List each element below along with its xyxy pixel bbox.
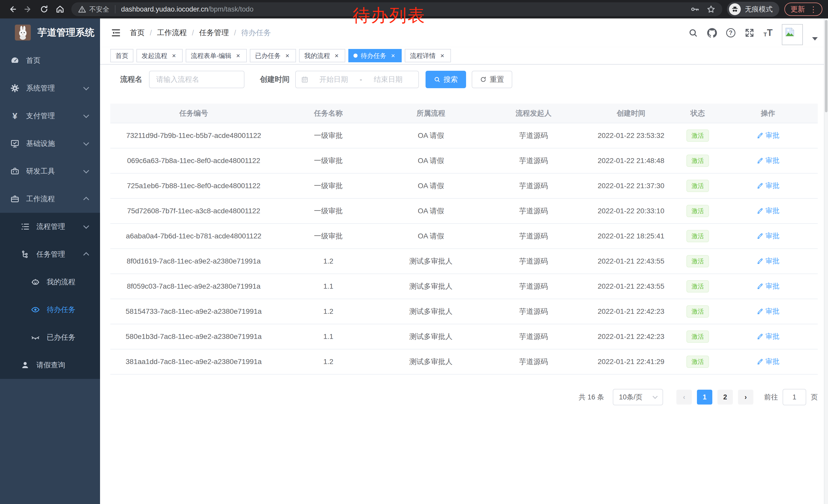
- bookmark-star-icon[interactable]: [706, 5, 716, 14]
- back-icon[interactable]: [6, 3, 19, 16]
- sidebar-item-my-process[interactable]: 我的流程: [0, 268, 100, 296]
- app-logo[interactable]: 芋道管理系统: [0, 18, 100, 47]
- edit-pencil-icon: [757, 207, 763, 214]
- cell-actions: 审批: [718, 224, 818, 249]
- page-button-1[interactable]: 1: [697, 390, 712, 405]
- col-task-id: 任务编号: [110, 103, 277, 123]
- reload-icon[interactable]: [37, 3, 51, 16]
- start-date-placeholder[interactable]: 开始日期: [308, 75, 359, 84]
- security-label: 不安全: [89, 5, 109, 14]
- cell-task-id: a6aba0a4-7b6d-11ec-b781-acde48001122: [110, 224, 277, 249]
- approve-link[interactable]: 审批: [757, 181, 780, 190]
- close-icon[interactable]: ×: [235, 52, 242, 59]
- font-size-icon[interactable]: TT: [763, 28, 773, 37]
- top-navbar: 首页 / 工作流程 / 任务管理 / 待办任务 ?: [100, 18, 828, 47]
- breadcrumb-workflow[interactable]: 工作流程: [157, 28, 187, 38]
- breadcrumb-home[interactable]: 首页: [130, 28, 145, 38]
- scrollbar-thumb[interactable]: [825, 20, 827, 112]
- close-icon[interactable]: ×: [389, 52, 397, 59]
- sidebar-fold-icon[interactable]: [110, 27, 122, 39]
- sidebar-item-payment[interactable]: ¥ 支付管理: [0, 102, 100, 130]
- browser-menu-icon[interactable]: ⋮: [810, 5, 818, 14]
- avatar-dropdown-caret-icon[interactable]: [812, 37, 818, 41]
- cell-created: 2022-01-21 22:43:55: [585, 249, 677, 274]
- close-icon[interactable]: ×: [170, 52, 177, 59]
- refresh-icon: [480, 76, 487, 83]
- tab-form-edit[interactable]: 流程表单-编辑×: [186, 49, 247, 62]
- tree-icon: [20, 250, 30, 259]
- sidebar-item-todo-tasks[interactable]: 待办任务: [0, 296, 100, 324]
- home-icon[interactable]: [53, 3, 67, 16]
- table-row: 8f0d1619-7ac8-11ec-a9e2-a2380e71991a 1.2…: [110, 249, 818, 274]
- breadcrumb-task-mgmt[interactable]: 任务管理: [199, 28, 229, 38]
- close-icon[interactable]: ×: [333, 52, 340, 59]
- tab-my-process[interactable]: 我的流程×: [299, 49, 345, 62]
- close-icon[interactable]: ×: [284, 52, 291, 59]
- approve-link[interactable]: 审批: [757, 231, 780, 240]
- approve-link[interactable]: 审批: [757, 156, 780, 165]
- sidebar-item-home[interactable]: 首页: [0, 47, 100, 74]
- approve-link[interactable]: 审批: [757, 206, 780, 215]
- tab-start-process[interactable]: 发起流程×: [136, 49, 182, 62]
- cell-status: 激活: [677, 173, 718, 198]
- sidebar-item-label: 流程管理: [36, 222, 65, 231]
- approve-link[interactable]: 审批: [757, 256, 780, 266]
- password-key-icon[interactable]: [690, 5, 699, 14]
- process-name-input[interactable]: 请输入流程名: [149, 71, 244, 88]
- incognito-label: 无痕模式: [745, 5, 773, 14]
- edit-pencil-icon: [757, 308, 763, 315]
- workflow-submenu: 流程管理 任务管理 我的流程: [0, 213, 100, 379]
- sidebar-item-process-mgmt[interactable]: 流程管理: [0, 213, 100, 240]
- sidebar-item-label: 系统管理: [26, 83, 55, 93]
- search-button[interactable]: 搜索: [425, 71, 466, 88]
- help-icon[interactable]: ?: [726, 28, 735, 37]
- end-date-placeholder[interactable]: 结束日期: [363, 75, 413, 84]
- tab-process-detail[interactable]: 流程详情×: [405, 49, 451, 62]
- tab-todo-tasks[interactable]: 待办任务×: [348, 49, 402, 62]
- chevron-up-icon: [83, 252, 89, 258]
- scrollbar[interactable]: [824, 18, 828, 504]
- goto-page-input[interactable]: 1: [783, 389, 806, 405]
- sidebar-item-system[interactable]: 系统管理: [0, 74, 100, 102]
- forward-icon[interactable]: [22, 3, 35, 16]
- sidebar-item-done-tasks[interactable]: 已办任务: [0, 324, 100, 351]
- page-button-2[interactable]: 2: [717, 390, 733, 405]
- sidebar-item-infra[interactable]: 基础设施: [0, 130, 100, 157]
- approve-link[interactable]: 审批: [757, 281, 780, 291]
- cell-task-id: 580e1b3d-7ac8-11ec-a9e2-a2380e71991a: [110, 324, 277, 349]
- col-process: 所属流程: [380, 103, 482, 123]
- sidebar-item-workflow[interactable]: 工作流程: [0, 185, 100, 213]
- tab-done-tasks[interactable]: 已办任务×: [250, 49, 296, 62]
- tab-home[interactable]: 首页: [110, 49, 133, 62]
- date-range-input[interactable]: 开始日期 - 结束日期: [295, 71, 419, 88]
- cell-actions: 审批: [718, 299, 818, 324]
- chevron-down-icon: [83, 85, 89, 91]
- prev-page-button[interactable]: ‹: [676, 390, 692, 405]
- reset-button[interactable]: 重置: [472, 71, 512, 88]
- page-content: 流程名 请输入流程名 创建时间 开始日期 - 结束日期 搜索: [100, 64, 828, 504]
- fullscreen-icon[interactable]: [745, 28, 754, 38]
- approve-link[interactable]: 审批: [757, 131, 780, 140]
- browser-update-button[interactable]: 更新 ⋮: [784, 3, 822, 16]
- search-icon[interactable]: [688, 28, 698, 38]
- close-icon[interactable]: ×: [439, 52, 446, 59]
- url-bar[interactable]: 不安全 dashboard.yudao.iocoder.cn/bpm/task/…: [71, 2, 722, 16]
- security-warning-icon[interactable]: [78, 5, 86, 13]
- next-page-button[interactable]: ›: [738, 390, 753, 405]
- dashboard-icon: [10, 56, 19, 65]
- sidebar-item-devtools[interactable]: 研发工具: [0, 157, 100, 185]
- approve-link[interactable]: 审批: [757, 307, 780, 316]
- approve-link[interactable]: 审批: [757, 332, 780, 341]
- table-header-row: 任务编号 任务名称 所属流程 流程发起人 创建时间 状态 操作: [110, 103, 818, 123]
- approve-link[interactable]: 审批: [757, 357, 780, 366]
- status-badge: 激活: [687, 255, 709, 268]
- github-icon[interactable]: [707, 28, 717, 38]
- avatar[interactable]: [782, 24, 803, 45]
- sidebar-item-task-mgmt[interactable]: 任务管理: [0, 240, 100, 268]
- table-row: 75d72608-7b7f-11ec-a3c8-acde48001122 一级审…: [110, 198, 818, 224]
- goto-suffix: 页: [811, 393, 818, 402]
- url-text[interactable]: dashboard.yudao.iocoder.cn/bpm/task/todo: [121, 5, 253, 13]
- sidebar-item-leave-query[interactable]: 请假查询: [0, 351, 100, 379]
- page-size-select[interactable]: 10条/页: [613, 389, 663, 405]
- cell-task-id: 381aa1dd-7ac8-11ec-a9e2-a2380e71991a: [110, 349, 277, 374]
